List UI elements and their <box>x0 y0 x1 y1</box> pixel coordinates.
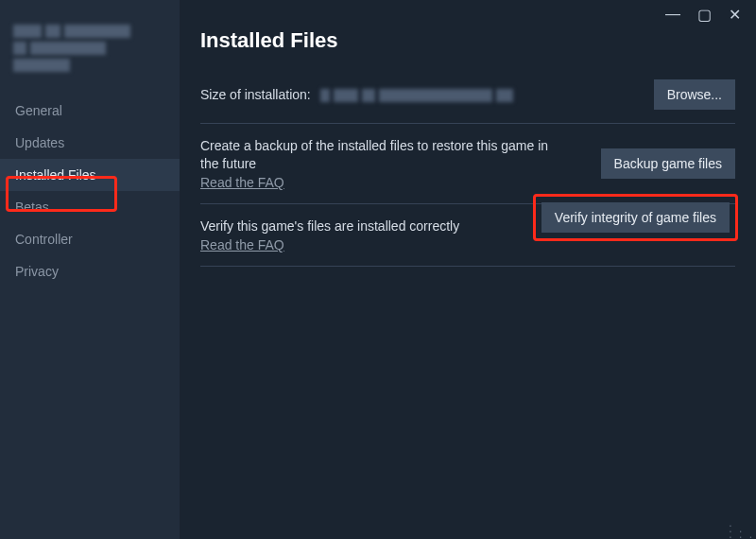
verify-button[interactable]: Verify integrity of game files <box>541 202 730 233</box>
size-label: Size of installation: <box>200 87 311 102</box>
sidebar-item-updates[interactable]: Updates <box>0 127 180 159</box>
faq-link-2[interactable]: Read the FAQ <box>200 237 546 252</box>
game-title-redacted <box>13 25 166 72</box>
minimize-button[interactable]: — <box>665 6 680 23</box>
faq-link-1[interactable]: Read the FAQ <box>200 175 601 190</box>
browse-button[interactable]: Browse... <box>654 79 735 110</box>
verify-description: Verify this game's files are installed c… <box>200 217 546 235</box>
highlight-sidebar-item <box>6 176 117 212</box>
sidebar-item-controller[interactable]: Controller <box>0 223 180 255</box>
highlight-verify-button: Verify integrity of game files <box>533 194 738 241</box>
window-controls: — ▢ ✕ <box>665 0 756 28</box>
main-panel: Installed Files Size of installation: Br… <box>180 0 756 539</box>
resize-grip-icon[interactable]: .. .. . . <box>729 520 754 537</box>
close-button[interactable]: ✕ <box>729 6 741 24</box>
page-title: Installed Files <box>200 28 735 53</box>
size-value-redacted <box>320 89 513 102</box>
backup-row: Create a backup of the installed files t… <box>200 124 735 204</box>
sidebar-item-general[interactable]: General <box>0 95 180 127</box>
maximize-button[interactable]: ▢ <box>697 6 712 24</box>
backup-description: Create a backup of the installed files t… <box>200 137 569 173</box>
backup-button[interactable]: Backup game files <box>601 148 735 179</box>
size-row: Size of installation: Browse... <box>200 79 735 124</box>
sidebar-item-privacy[interactable]: Privacy <box>0 255 180 287</box>
sidebar: General Updates Installed Files Betas Co… <box>0 0 180 539</box>
